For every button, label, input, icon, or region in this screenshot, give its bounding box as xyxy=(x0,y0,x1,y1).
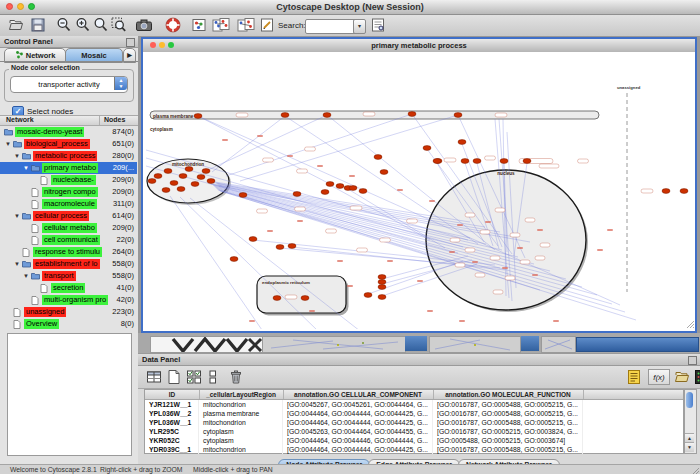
tree-label[interactable]: cellular metabo xyxy=(42,223,97,233)
network-node[interactable] xyxy=(301,296,309,301)
node-color-dropdown[interactable]: transporter activity ▲▼ xyxy=(10,76,128,93)
network-node[interactable] xyxy=(336,184,344,189)
background-window-fragment[interactable] xyxy=(150,336,264,353)
network-node[interactable] xyxy=(281,113,289,118)
layout-network-a-icon[interactable] xyxy=(212,17,228,33)
network-node[interactable] xyxy=(364,293,372,298)
network-node[interactable] xyxy=(288,244,296,249)
network-node[interactable] xyxy=(148,179,156,184)
unselect-attributes-icon[interactable] xyxy=(206,369,222,385)
tree-label[interactable]: mosaic-demo-yeast xyxy=(15,127,84,137)
network-node[interactable] xyxy=(458,140,466,145)
new-attribute-icon[interactable] xyxy=(166,369,182,385)
network-node[interactable] xyxy=(378,285,386,290)
tree-row-unassigned[interactable]: unassigned223(0) xyxy=(0,306,137,318)
network-node[interactable] xyxy=(523,159,531,164)
window-resize-grip-icon[interactable] xyxy=(690,466,699,474)
network-node[interactable] xyxy=(185,167,193,172)
window-titlebar[interactable]: Cytoscape Desktop (New Session) xyxy=(0,0,700,15)
tree-row-mosaic-demo-yeast[interactable]: mosaic-demo-yeast874(0) xyxy=(0,126,137,138)
expand-arrow-icon[interactable]: ▼ xyxy=(14,210,20,222)
tree-row-transport[interactable]: ▼transport558(0) xyxy=(0,270,137,282)
expand-arrow-icon[interactable]: ▼ xyxy=(14,258,20,270)
annotations-icon[interactable] xyxy=(259,17,275,33)
tree-label[interactable]: cellular process xyxy=(33,211,89,221)
birds-eye-view[interactable] xyxy=(7,333,132,456)
float-panel-icon[interactable] xyxy=(126,38,135,47)
tree-label[interactable]: cell communicat xyxy=(42,235,100,245)
tree-row-cellular-metabo[interactable]: cellular metabo209(0) xyxy=(0,222,137,234)
expand-arrow-icon[interactable]: ▼ xyxy=(23,270,29,282)
network-node[interactable] xyxy=(179,174,187,179)
network-close-button[interactable] xyxy=(150,42,156,48)
tree-row-biological-process[interactable]: ▼biological_process651(0) xyxy=(0,138,137,150)
table-row-YPL036W__1[interactable]: YPL036W__1mitochondrion[GO:0044464, GO:0… xyxy=(145,418,683,427)
delete-attribute-trash-icon[interactable] xyxy=(228,369,244,385)
tree-label[interactable]: nitrogen compo xyxy=(42,187,98,197)
network-minimize-button[interactable] xyxy=(159,42,165,48)
table-scrollbar[interactable]: ▲ ▼ xyxy=(684,389,697,454)
network-graph[interactable]: plasma membrane cytoplasm mitochondrion … xyxy=(143,52,695,329)
column-header-2[interactable]: annotation.GO CELLULAR_COMPONENT xyxy=(283,390,434,399)
float-panel-icon[interactable] xyxy=(688,356,697,365)
export-snapshot-icon[interactable] xyxy=(135,17,151,33)
tree-row-cellular-process[interactable]: ▼cellular process614(0) xyxy=(0,210,137,222)
network-node[interactable] xyxy=(473,159,481,164)
network-node[interactable] xyxy=(500,159,508,164)
tree-label[interactable]: transport xyxy=(42,271,76,281)
attribute-table-icon[interactable] xyxy=(146,369,162,385)
network-node[interactable] xyxy=(249,237,257,242)
minimize-button[interactable] xyxy=(17,3,24,10)
network-node[interactable] xyxy=(162,188,170,193)
column-network[interactable]: Network xyxy=(6,116,34,123)
network-node[interactable] xyxy=(239,193,247,198)
tree-column-header[interactable]: Network Nodes xyxy=(0,115,138,126)
zoom-fit-icon[interactable] xyxy=(93,17,109,33)
layout-network-b-icon[interactable] xyxy=(237,17,253,33)
dropdown-stepper-icon[interactable]: ▲▼ xyxy=(114,77,127,90)
background-window-fragment[interactable] xyxy=(541,336,576,353)
function-builder-icon[interactable]: f(x) xyxy=(648,369,670,385)
select-attributes-icon[interactable] xyxy=(186,369,202,385)
table-row-YPL036W__2[interactable]: YPL036W__2plasma membrane[GO:0044464, GO… xyxy=(145,409,683,418)
network-node[interactable] xyxy=(293,192,301,197)
attribute-matrix-icon[interactable] xyxy=(694,369,700,385)
vizmapper-icon[interactable] xyxy=(191,17,207,33)
search-input[interactable] xyxy=(305,19,357,34)
expand-arrow-icon[interactable]: ▼ xyxy=(23,162,29,174)
nodes[interactable] xyxy=(148,112,688,301)
tree-row-secretion[interactable]: secretion41(0) xyxy=(0,282,137,294)
network-canvas[interactable]: plasma membrane cytoplasm mitochondrion … xyxy=(143,52,695,329)
zoom-out-icon[interactable] xyxy=(56,17,72,33)
network-node[interactable] xyxy=(374,155,382,160)
table-row-YLR295C[interactable]: YLR295Ccytoplasm[GO:0045263, GO:0044464,… xyxy=(145,427,683,436)
network-zoom-button[interactable] xyxy=(168,42,174,48)
tree-row-overview[interactable]: Overview8(0) xyxy=(0,318,137,330)
network-node[interactable] xyxy=(177,187,185,192)
network-node[interactable] xyxy=(680,189,688,194)
tree-label[interactable]: unassigned xyxy=(24,307,66,317)
expand-arrow-icon[interactable]: ▼ xyxy=(14,150,20,162)
network-node[interactable] xyxy=(378,275,386,280)
tree-row-nucleobase-[interactable]: nucleobase-209(0) xyxy=(0,174,137,186)
open-session-icon[interactable] xyxy=(8,17,24,33)
scrollbar-thumb[interactable] xyxy=(686,392,693,408)
tree-label[interactable]: macromolecule xyxy=(42,199,97,209)
column-header-0[interactable]: ID xyxy=(145,390,200,399)
tree-row-establishment-of-lo[interactable]: ▼establishment of lo558(0) xyxy=(0,258,137,270)
save-session-icon[interactable] xyxy=(30,17,46,33)
network-node[interactable] xyxy=(423,146,431,151)
tree-label[interactable]: multi-organism pro xyxy=(42,295,108,305)
network-node[interactable] xyxy=(662,189,670,194)
tree-label[interactable]: nucleobase- xyxy=(51,175,96,185)
network-node[interactable] xyxy=(230,257,238,262)
zoom-selected-region-icon[interactable] xyxy=(111,17,127,33)
background-window-fragment[interactable] xyxy=(429,336,521,353)
resize-grip-icon[interactable] xyxy=(685,319,694,328)
table-row-YJR121W__1[interactable]: YJR121W__1mitochondrion[GO:0045267, GO:0… xyxy=(145,400,683,409)
tree-row-response-to-stimulu[interactable]: response to stimulu264(0) xyxy=(0,246,137,258)
tree-label[interactable]: biological_process xyxy=(24,139,90,149)
network-node[interactable] xyxy=(276,245,284,250)
network-node[interactable] xyxy=(202,169,210,174)
network-node[interactable] xyxy=(359,189,367,194)
